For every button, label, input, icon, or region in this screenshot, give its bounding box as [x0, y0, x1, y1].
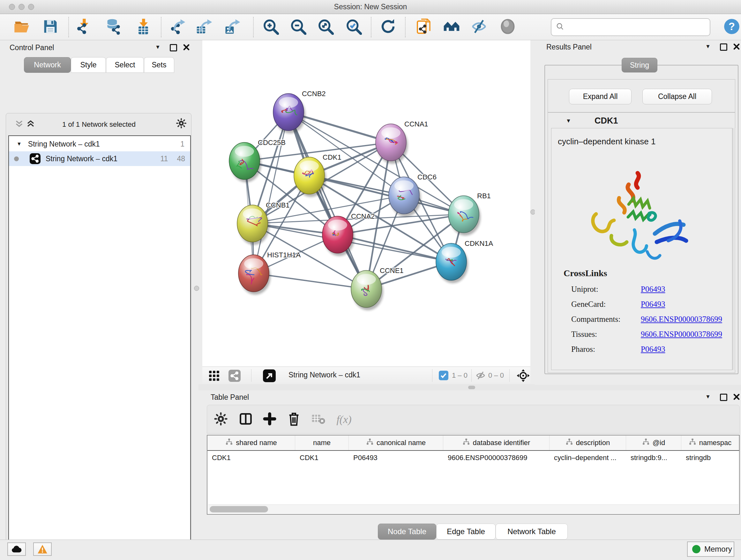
plus-button[interactable]	[263, 412, 277, 427]
control-tab-sets[interactable]: Sets	[144, 57, 174, 73]
import-table-button[interactable]	[131, 17, 156, 38]
refresh-button[interactable]	[375, 17, 401, 38]
export-image-icon	[224, 18, 241, 36]
import-network-button[interactable]	[71, 17, 97, 38]
table-cell[interactable]: CDK1	[295, 451, 349, 465]
node-label-CDKN1A: CDKN1A	[465, 240, 493, 247]
network-options-gear-icon[interactable]	[176, 118, 187, 130]
export-table-button[interactable]	[192, 17, 217, 38]
warning-button[interactable]	[33, 543, 52, 556]
network-canvas[interactable]: CCNB2CCNA1CDC25BCDK1CDC6RB1CCNB1CCNA2CDK…	[202, 40, 530, 367]
search-box[interactable]	[551, 18, 711, 36]
results-scrollbar-track[interactable]	[732, 128, 736, 370]
control-tab-select[interactable]: Select	[106, 57, 144, 73]
org-chart-icon	[225, 438, 233, 448]
control-tab-network[interactable]: Network	[24, 57, 71, 73]
preview-icon	[499, 18, 516, 36]
table-cell[interactable]: 9606.ENSP00000378699	[443, 451, 549, 465]
home-button[interactable]	[439, 17, 464, 38]
columns-button[interactable]	[239, 412, 253, 427]
preview-button[interactable]	[495, 17, 521, 38]
column-header-database-identifier[interactable]: database identifier	[443, 435, 549, 450]
protein-section-box: ▼ CDK1 cyclin–dependent kinase 1	[548, 112, 735, 373]
splitter-handle[interactable]	[468, 386, 475, 389]
table-panel-float-icon[interactable]	[720, 394, 727, 401]
trash-button[interactable]	[287, 412, 301, 427]
crosslink-link[interactable]: P06493	[641, 345, 665, 354]
edge-CCNB2-HIST1H1A[interactable]	[254, 112, 288, 273]
export-network-button[interactable]	[165, 17, 191, 38]
table-panel-close-icon[interactable]	[733, 393, 740, 402]
table-panel-menu-icon[interactable]: ▼	[705, 394, 711, 400]
table-hscrollbar-thumb[interactable]	[210, 506, 268, 512]
hidden-elements-eye-icon[interactable]	[475, 371, 486, 381]
results-panel-menu-icon[interactable]: ▼	[705, 44, 711, 50]
grid-view-icon[interactable]	[208, 370, 220, 383]
open-in-window-icon[interactable]	[263, 369, 276, 383]
share-document-button[interactable]	[411, 17, 437, 38]
column-header-name[interactable]: name	[295, 435, 349, 450]
protein-collapse-icon[interactable]: ▼	[566, 118, 571, 124]
table-cell[interactable]: stringdb:9...	[626, 451, 681, 465]
column-header-description[interactable]: description	[549, 435, 626, 450]
column-header-shared-name[interactable]: shared name	[207, 435, 295, 450]
crosslink-link[interactable]: P06493	[641, 285, 665, 294]
network-row-selected[interactable]: String Network – cdk1 11 48	[9, 151, 190, 166]
horizontal-splitter[interactable]	[199, 384, 741, 390]
cloud-button[interactable]	[7, 543, 26, 556]
help-button[interactable]: ?	[719, 17, 741, 38]
table-cell[interactable]: cyclin–dependent ...	[549, 451, 626, 465]
export-image-button[interactable]	[220, 17, 246, 38]
network-status-dot	[14, 157, 19, 161]
zoom-in-button[interactable]	[258, 17, 283, 38]
collection-expand-icon[interactable]: ▼	[17, 141, 22, 147]
search-input[interactable]	[567, 23, 705, 32]
table-hscrollbar[interactable]	[208, 504, 738, 513]
expand-all-button[interactable]: Expand All	[569, 89, 631, 105]
edge-CCNB2-CCNE1[interactable]	[288, 112, 366, 289]
results-panel-float-icon[interactable]	[720, 44, 727, 51]
export-table-icon	[196, 18, 213, 36]
birds-eye-view-icon[interactable]	[228, 370, 241, 383]
tab-network-table[interactable]: Network Table	[495, 523, 568, 540]
node-gloss	[357, 274, 376, 285]
import-network-icon	[76, 18, 92, 36]
control-panel-menu-icon[interactable]: ▼	[155, 44, 160, 51]
memory-button[interactable]: Memory	[687, 542, 734, 557]
org-chart-icon	[565, 438, 573, 448]
left-splitter-handle[interactable]	[194, 286, 199, 291]
node-label-RB1: RB1	[477, 192, 491, 200]
zoom-selected-button[interactable]	[341, 17, 366, 38]
network-collection-row[interactable]: ▼ String Network – cdk1 1	[9, 137, 190, 151]
gear-button[interactable]	[214, 412, 228, 427]
crosslink-link[interactable]: 9606.ENSP00000378699	[641, 315, 722, 324]
results-tab-string[interactable]: String	[622, 58, 657, 72]
column-header-canonical-name[interactable]: canonical name	[349, 435, 443, 450]
zoom-out-button[interactable]	[285, 17, 311, 38]
results-panel-close-icon[interactable]	[733, 43, 740, 52]
table-delete-icon	[312, 412, 326, 427]
node-table: shared namenamecanonical namedatabase id…	[207, 435, 740, 515]
hide-unhide-button[interactable]	[466, 17, 492, 38]
tab-node-table[interactable]: Node Table	[378, 523, 436, 540]
selected-nodes-checkbox-icon[interactable]	[439, 371, 448, 381]
control-tab-style[interactable]: Style	[71, 57, 106, 73]
tab-edge-table[interactable]: Edge Table	[436, 523, 495, 540]
column-header-namespac[interactable]: namespac	[681, 435, 739, 450]
save-session-button[interactable]	[38, 17, 63, 38]
fit-selected-crosshair-icon[interactable]	[516, 369, 530, 384]
import-database-button[interactable]	[101, 17, 127, 38]
open-session-button[interactable]	[9, 17, 35, 38]
table-cell[interactable]: P06493	[349, 451, 443, 465]
control-panel-float-icon[interactable]	[170, 44, 177, 51]
collapse-all-button[interactable]: Collapse All	[643, 89, 712, 105]
table-cell[interactable]: CDK1	[207, 451, 295, 465]
column-header-@id[interactable]: @id	[626, 435, 681, 450]
zoom-fit-button[interactable]	[313, 17, 338, 38]
control-panel-close-icon[interactable]	[183, 44, 190, 52]
crosslink-link[interactable]: P06493	[641, 300, 665, 309]
table-cell[interactable]: stringdb	[681, 451, 739, 465]
string-network-icon	[30, 153, 41, 164]
protein-structure-image	[581, 166, 709, 273]
crosslink-link[interactable]: 9606.ENSP00000378699	[641, 330, 722, 339]
